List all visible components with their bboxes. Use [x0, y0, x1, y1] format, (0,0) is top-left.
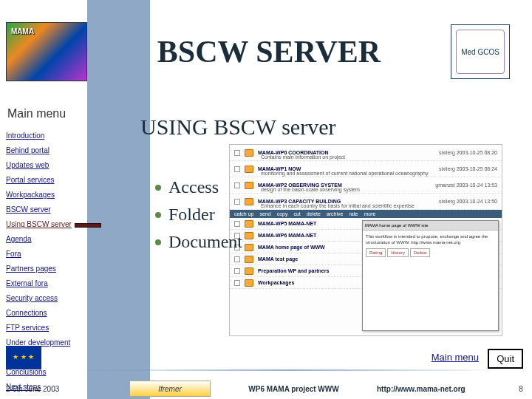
footer-page: 8: [510, 385, 532, 393]
nav-item-partners-pages[interactable]: Partners pages: [6, 262, 117, 276]
active-marker-icon: [75, 223, 101, 228]
checkbox[interactable]: [234, 166, 240, 172]
nav-item-portal-services[interactable]: Portal services: [6, 174, 117, 187]
folder-icon: [245, 256, 253, 263]
toolbar-archive[interactable]: archive: [327, 211, 344, 216]
nav-item-ftp-services[interactable]: FTP services: [6, 321, 117, 335]
folder-row[interactable]: MAMA-WP1 NOWsixlierg 2003-10-25 08:24mon…: [230, 161, 502, 177]
ifremer-logo: Ifremer: [129, 381, 211, 397]
folder-icon: [245, 198, 253, 205]
bscw-screenshot: MAMA-WP0 COORDINATIONsixlierg 2003-10-25…: [229, 144, 502, 336]
folder-icon: [245, 166, 253, 173]
folder-row[interactable]: MAMA-WP3 CAPACITY BUILDINGsixlierg 2003-…: [230, 194, 502, 210]
nav-item-connections[interactable]: Connections: [6, 307, 117, 320]
nav-item-updates-web[interactable]: Updates web: [6, 159, 117, 172]
folder-icon: [245, 149, 253, 157]
bullet-folder: Folder: [155, 205, 242, 225]
main-menu-link[interactable]: Main menu: [432, 352, 479, 363]
checkbox[interactable]: [234, 268, 240, 274]
subtitle: USING BSCW server: [140, 115, 335, 140]
bullet-list: AccessFolderDocument: [155, 177, 242, 259]
folder-row[interactable]: MAMA-WP2 OBSERVING SYSTEMgmanzel 2003-10…: [230, 177, 502, 194]
tag-history[interactable]: History: [387, 248, 409, 257]
toolbar-cut[interactable]: cut: [293, 211, 300, 216]
tag-delete[interactable]: Delete: [410, 248, 430, 257]
folder-icon: [245, 232, 253, 239]
nav-item-security-access[interactable]: Security access: [6, 292, 117, 305]
popup-desc: This workflow is intended to propose, ex…: [366, 233, 495, 246]
footer-date: 2-6th June 2003: [0, 385, 129, 393]
nav-item-agenda[interactable]: Agenda: [6, 233, 117, 246]
folder-row[interactable]: MAMA-WP0 COORDINATIONsixlierg 2003-10-25…: [230, 145, 502, 161]
bullet-access: Access: [155, 177, 242, 197]
medgcos-logo: Med GCOS: [451, 24, 510, 79]
footer-project: WP6 MAMA project WWW: [211, 385, 377, 393]
header: BSCW SERVER Med GCOS: [0, 15, 532, 89]
nav-item-workpackages[interactable]: Workpackages: [6, 188, 117, 202]
folder-icon: [245, 279, 253, 287]
quit-button[interactable]: Quit: [488, 349, 523, 369]
nav-item-behind-portal[interactable]: Behind portal: [6, 144, 117, 157]
menu-heading: Main menu: [7, 107, 66, 120]
toolbar-more[interactable]: more: [364, 211, 376, 216]
toolbar-copy[interactable]: copy: [277, 211, 288, 216]
checkbox[interactable]: [234, 280, 240, 286]
slide-title: BSCW SERVER: [87, 34, 451, 69]
nav-item-external-fora[interactable]: External fora: [6, 277, 117, 290]
divider: [74, 369, 502, 371]
eu-flag-icon: [6, 346, 41, 369]
popup-title: MAMA home page of WWW site: [363, 221, 498, 231]
toolbar-send[interactable]: send: [259, 211, 270, 216]
nav-item-fora[interactable]: Fora: [6, 248, 117, 261]
nav-item-using-bscw-server[interactable]: Using BSCW server: [6, 218, 72, 231]
bullet-document: Document: [155, 232, 242, 252]
folder-icon: [245, 267, 253, 275]
detail-popup: MAMA home page of WWW siteThis workflow …: [362, 220, 499, 331]
folder-icon: [245, 244, 253, 251]
toolbar-delete[interactable]: delete: [307, 211, 321, 216]
footer-url: http://www.mama-net.org: [377, 385, 510, 393]
screenshot-toolbar: catch upsendcopycutdeletearchiveratemore: [230, 210, 502, 218]
mama-logo: [6, 22, 87, 81]
toolbar-rate[interactable]: rate: [349, 211, 358, 216]
folder-icon: [245, 182, 253, 189]
tag-rating[interactable]: Rating: [366, 248, 386, 257]
folder-icon: [245, 220, 253, 228]
footer: 2-6th June 2003 Ifremer WP6 MAMA project…: [0, 378, 532, 399]
checkbox[interactable]: [234, 150, 240, 156]
nav-item-bscw-server[interactable]: BSCW server: [6, 203, 117, 216]
nav-item-introduction[interactable]: Introduction: [6, 129, 117, 143]
